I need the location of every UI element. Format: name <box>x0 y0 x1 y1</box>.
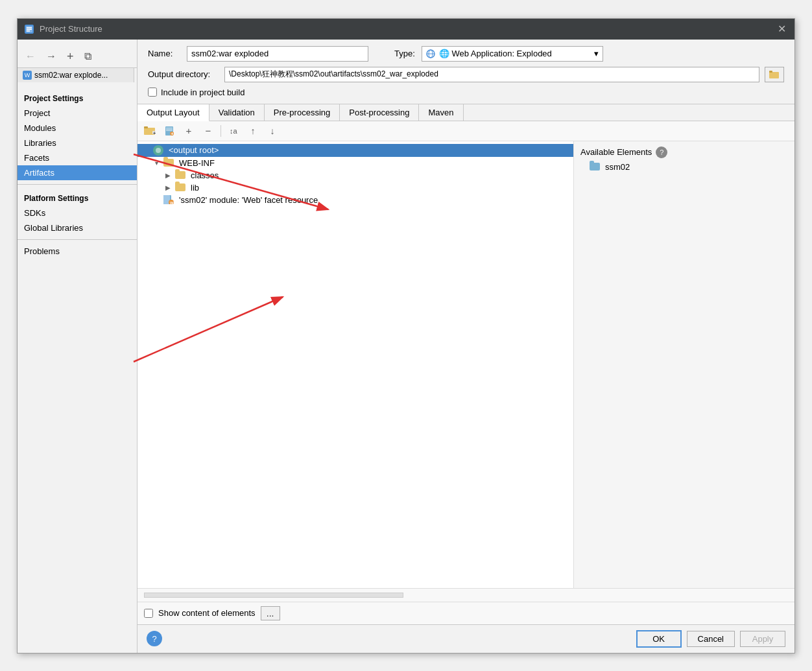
sidebar-item-modules[interactable]: Modules <box>18 121 137 135</box>
add-nav-button[interactable]: + <box>64 49 77 65</box>
tree-item-lib[interactable]: ▶ lib <box>137 182 573 194</box>
output-dir-input[interactable] <box>224 67 759 82</box>
tab-maven[interactable]: Maven <box>419 104 463 121</box>
module-icon: W <box>163 195 174 204</box>
sidebar-item-project[interactable]: Project <box>18 106 137 121</box>
svg-text:W: W <box>170 201 174 205</box>
sidebar-item-facets[interactable]: Facets <box>18 150 137 165</box>
sidebar: ← → + ⧉ W ssm02:war explode... Project S… <box>18 40 137 653</box>
classes-folder-icon <box>175 171 185 179</box>
lib-folder-icon <box>175 183 185 191</box>
tree-item-output-root[interactable]: <output root> <box>137 144 573 157</box>
svg-text:+: + <box>171 131 174 135</box>
svg-rect-4 <box>27 30 30 32</box>
svg-rect-17 <box>166 128 173 128</box>
name-label: Name: <box>148 49 180 58</box>
available-help-icon[interactable]: ? <box>656 147 667 158</box>
web-inf-folder-icon <box>163 159 174 167</box>
sidebar-item-libraries[interactable]: Libraries <box>18 135 137 150</box>
include-checkbox[interactable] <box>148 88 157 97</box>
lib-arrow: ▶ <box>163 184 173 191</box>
bottom-bar <box>137 588 794 602</box>
close-button[interactable]: ✕ <box>775 23 788 35</box>
name-input[interactable] <box>187 46 368 62</box>
artifact-tab-label: ssm02:war explode... <box>34 71 108 80</box>
tab-post-processing[interactable]: Post-processing <box>340 104 419 121</box>
project-settings-label: Project Settings <box>18 89 137 106</box>
classes-label: classes <box>191 171 219 180</box>
artifact-tab-icon: W <box>23 71 32 80</box>
include-checkbox-row: Include in project build <box>148 88 784 97</box>
svg-rect-3 <box>27 29 32 30</box>
tree-panel: <output root> ▾ WEB-INF ▶ <box>137 141 574 588</box>
split-area: <output root> ▾ WEB-INF ▶ <box>137 141 794 588</box>
tab-validation[interactable]: Validation <box>209 104 265 121</box>
type-select[interactable]: 🌐 Web Application: Exploded ▾ <box>422 46 603 62</box>
copy-nav-button[interactable]: ⧉ <box>82 49 94 64</box>
fields-area: Name: Type: 🌐 Web Application: Exploded <box>137 40 794 104</box>
move-down-button[interactable]: ↓ <box>264 124 281 138</box>
show-content-row: Show content of elements ... <box>137 602 794 624</box>
more-button[interactable]: ... <box>261 606 280 620</box>
lib-label: lib <box>191 183 199 193</box>
tree-item-classes[interactable]: ▶ classes <box>137 169 573 182</box>
cancel-button[interactable]: Cancel <box>687 631 735 647</box>
type-arrow: ▾ <box>594 49 599 58</box>
svg-text:+: + <box>153 131 156 135</box>
window-title: Project Structure <box>40 24 102 34</box>
output-dir-row: Output directory: <box>148 67 784 82</box>
web-inf-arrow: ▾ <box>152 159 161 167</box>
app-icon <box>24 24 34 34</box>
tree-item-ssm02-resource[interactable]: W 'ssm02' module: 'Web' facet resource <box>137 194 573 206</box>
name-type-row: Name: Type: 🌐 Web Application: Exploded <box>148 46 784 62</box>
toolbar-separator-1 <box>221 125 221 137</box>
output-dir-label: Output directory: <box>148 69 219 79</box>
sidebar-item-problems[interactable]: Problems <box>18 244 137 259</box>
svg-text:↕a: ↕a <box>230 127 238 135</box>
sidebar-item-sdks[interactable]: SDKs <box>18 206 137 220</box>
include-label: Include in project build <box>161 88 245 97</box>
ssm02-avail-label: ssm02 <box>605 162 630 172</box>
tab-pre-processing[interactable]: Pre-processing <box>265 104 340 121</box>
show-content-checkbox[interactable] <box>144 609 153 618</box>
available-title: Available Elements <box>580 147 652 157</box>
back-button[interactable]: ← <box>23 49 38 64</box>
available-panel: Available Elements ? ssm02 <box>574 141 794 588</box>
available-header: Available Elements ? <box>574 144 794 161</box>
platform-settings-label: Platform Settings <box>18 189 137 206</box>
folder-toolbar-button[interactable]: + <box>141 124 158 138</box>
tabs-bar: Output Layout Validation Pre-processing … <box>137 104 794 121</box>
browse-button[interactable] <box>765 67 784 82</box>
add-item-button[interactable]: + <box>180 124 197 138</box>
sidebar-item-global-libraries[interactable]: Global Libraries <box>18 220 137 235</box>
type-value: 🌐 Web Application: Exploded <box>439 49 552 58</box>
svg-rect-10 <box>769 71 772 73</box>
footer: ? OK Cancel Apply <box>137 624 794 653</box>
tree-item-web-inf[interactable]: ▾ WEB-INF <box>137 157 573 169</box>
add-jar-button[interactable]: + <box>161 124 178 138</box>
toolbar-row: + + <box>137 121 794 141</box>
sort-button[interactable]: ↕a <box>225 124 242 138</box>
sidebar-item-artifacts[interactable]: Artifacts <box>18 165 137 180</box>
show-content-label: Show content of elements <box>158 608 256 618</box>
help-button[interactable]: ? <box>147 631 162 646</box>
move-up-button[interactable]: ↑ <box>245 124 261 138</box>
ssm02-folder-icon <box>590 163 600 171</box>
type-label: Type: <box>394 49 415 58</box>
content-area: + + <box>137 121 794 624</box>
available-item-ssm02[interactable]: ssm02 <box>574 161 794 173</box>
artifact-tab[interactable]: W ssm02:war explode... <box>18 68 134 82</box>
svg-point-23 <box>156 148 161 153</box>
svg-rect-13 <box>144 126 148 128</box>
tab-output-layout[interactable]: Output Layout <box>137 104 209 121</box>
svg-rect-2 <box>27 27 32 29</box>
horizontal-scrollbar[interactable] <box>144 593 403 598</box>
output-root-label: <output root> <box>169 145 219 155</box>
remove-item-button[interactable]: − <box>200 124 217 138</box>
forward-button[interactable]: → <box>43 49 59 64</box>
ok-button[interactable]: OK <box>636 630 682 648</box>
apply-button[interactable]: Apply <box>740 631 785 647</box>
nav-row: ← → + ⧉ <box>18 46 137 68</box>
main-content: Name: Type: 🌐 Web Application: Exploded <box>137 40 794 653</box>
title-bar: Project Structure ✕ <box>18 19 794 40</box>
